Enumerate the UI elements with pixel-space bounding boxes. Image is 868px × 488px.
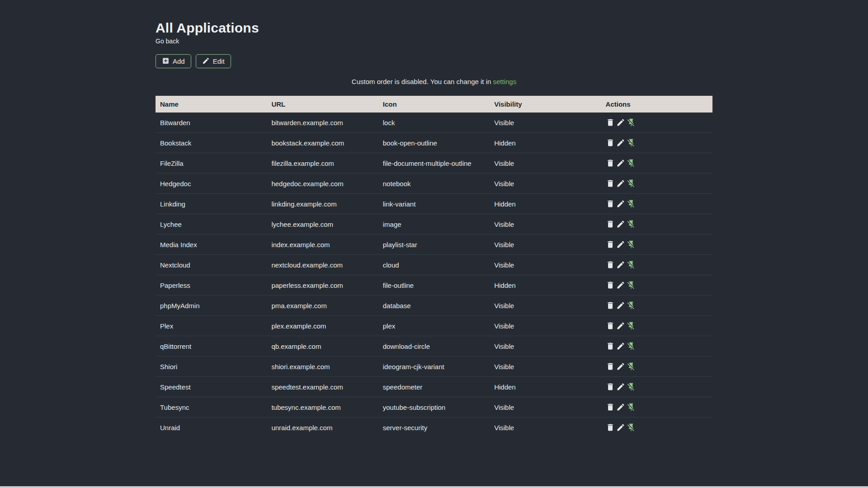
trash-icon[interactable] [606, 138, 615, 147]
app-name-cell: Tubesync [156, 397, 267, 418]
pencil-icon[interactable] [616, 301, 625, 310]
pin-off-icon[interactable] [627, 382, 636, 391]
pin-off-icon[interactable] [627, 199, 636, 208]
app-actions-cell [601, 194, 712, 214]
pin-off-icon[interactable] [627, 301, 636, 310]
column-header-visibility: Visibility [490, 96, 601, 113]
pencil-icon[interactable] [616, 118, 625, 127]
app-icon-name-cell: file-outline [378, 275, 490, 296]
app-icon-name-cell: server-security [378, 418, 490, 438]
app-url-cell: nextcloud.example.com [267, 255, 378, 275]
pin-off-icon[interactable] [627, 138, 636, 147]
app-icon-name-cell: database [378, 296, 490, 316]
table-row: Unraid unraid.example.com server-securit… [156, 418, 712, 438]
app-visibility-cell: Hidden [490, 194, 601, 214]
app-name-cell: Speedtest [156, 377, 267, 397]
pin-off-icon[interactable] [627, 362, 636, 371]
pencil-icon[interactable] [616, 260, 625, 269]
trash-icon[interactable] [606, 423, 615, 432]
pencil-icon[interactable] [616, 281, 625, 290]
pin-off-icon[interactable] [627, 260, 636, 269]
pencil-icon[interactable] [616, 199, 625, 208]
table-row: Linkding linkding.example.com link-varia… [156, 194, 712, 214]
pin-off-icon[interactable] [627, 423, 636, 432]
trash-icon[interactable] [606, 403, 615, 412]
table-row: Paperless paperless.example.com file-out… [156, 275, 712, 296]
table-row: Shiori shiori.example.com ideogram-cjk-v… [156, 357, 712, 377]
pencil-icon[interactable] [616, 159, 625, 168]
pencil-icon[interactable] [616, 382, 625, 391]
app-icon-name-cell: playlist-star [378, 235, 490, 255]
pin-off-icon[interactable] [627, 321, 636, 330]
app-url-cell: shiori.example.com [267, 357, 378, 377]
pin-off-icon[interactable] [627, 403, 636, 412]
trash-icon[interactable] [606, 281, 615, 290]
table-row: Nextcloud nextcloud.example.com cloud Vi… [156, 255, 712, 275]
trash-icon[interactable] [606, 382, 615, 391]
app-actions-cell [601, 235, 712, 255]
trash-icon[interactable] [606, 342, 615, 351]
app-icon-name-cell: download-circle [378, 336, 490, 357]
app-name-cell: Unraid [156, 418, 267, 438]
app-icon-name-cell: ideogram-cjk-variant [378, 357, 490, 377]
app-name-cell: Bookstack [156, 133, 267, 153]
pencil-icon[interactable] [616, 362, 625, 371]
app-url-cell: filezilla.example.com [267, 153, 378, 174]
app-name-cell: Linkding [156, 194, 267, 214]
trash-icon[interactable] [606, 362, 615, 371]
app-url-cell: index.example.com [267, 235, 378, 255]
pencil-icon[interactable] [616, 342, 625, 351]
pencil-icon[interactable] [616, 138, 625, 147]
trash-icon[interactable] [606, 118, 615, 127]
app-actions-cell [601, 296, 712, 316]
trash-icon[interactable] [606, 301, 615, 310]
trash-icon[interactable] [606, 159, 615, 168]
pencil-icon[interactable] [616, 179, 625, 188]
pencil-icon[interactable] [616, 240, 625, 249]
pencil-icon[interactable] [616, 321, 625, 330]
pencil-icon[interactable] [616, 403, 625, 412]
app-icon-name-cell: youtube-subscription [378, 397, 490, 418]
trash-icon[interactable] [606, 199, 615, 208]
app-actions-cell [601, 336, 712, 357]
app-actions-cell [601, 316, 712, 336]
app-icon-name-cell: plex [378, 316, 490, 336]
app-visibility-cell: Visible [490, 316, 601, 336]
app-icon-name-cell: cloud [378, 255, 490, 275]
app-visibility-cell: Hidden [490, 275, 601, 296]
pin-off-icon[interactable] [627, 159, 636, 168]
settings-link[interactable]: settings [493, 78, 517, 85]
app-table-body: Bitwarden bitwarden.example.com lock Vis… [156, 113, 712, 437]
app-name-cell: Hedgedoc [156, 174, 267, 194]
pin-off-icon[interactable] [627, 240, 636, 249]
edit-button-label: Edit [213, 57, 225, 65]
app-url-cell: tubesync.example.com [267, 397, 378, 418]
pin-off-icon[interactable] [627, 281, 636, 290]
add-button[interactable]: Add [156, 54, 191, 68]
pencil-icon[interactable] [616, 220, 625, 229]
go-back-link[interactable]: Go back [156, 38, 179, 45]
pin-off-icon[interactable] [627, 118, 636, 127]
pin-off-icon[interactable] [627, 220, 636, 229]
app-visibility-cell: Visible [490, 418, 601, 438]
table-row: Media Index index.example.com playlist-s… [156, 235, 712, 255]
plus-box-icon [162, 57, 170, 66]
edit-button[interactable]: Edit [196, 54, 231, 68]
applications-table: Name URL Icon Visibility Actions Bitward… [156, 96, 712, 437]
app-name-cell: phpMyAdmin [156, 296, 267, 316]
app-actions-cell [601, 275, 712, 296]
table-row: Plex plex.example.com plex Visible [156, 316, 712, 336]
trash-icon[interactable] [606, 220, 615, 229]
pencil-icon[interactable] [616, 423, 625, 432]
app-icon-name-cell: speedometer [378, 377, 490, 397]
app-visibility-cell: Visible [490, 336, 601, 357]
trash-icon[interactable] [606, 240, 615, 249]
trash-icon[interactable] [606, 321, 615, 330]
pin-off-icon[interactable] [627, 179, 636, 188]
trash-icon[interactable] [606, 260, 615, 269]
trash-icon[interactable] [606, 179, 615, 188]
app-url-cell: paperless.example.com [267, 275, 378, 296]
pin-off-icon[interactable] [627, 342, 636, 351]
app-url-cell: hedgedoc.example.com [267, 174, 378, 194]
app-icon-name-cell: file-document-multiple-outline [378, 153, 490, 174]
